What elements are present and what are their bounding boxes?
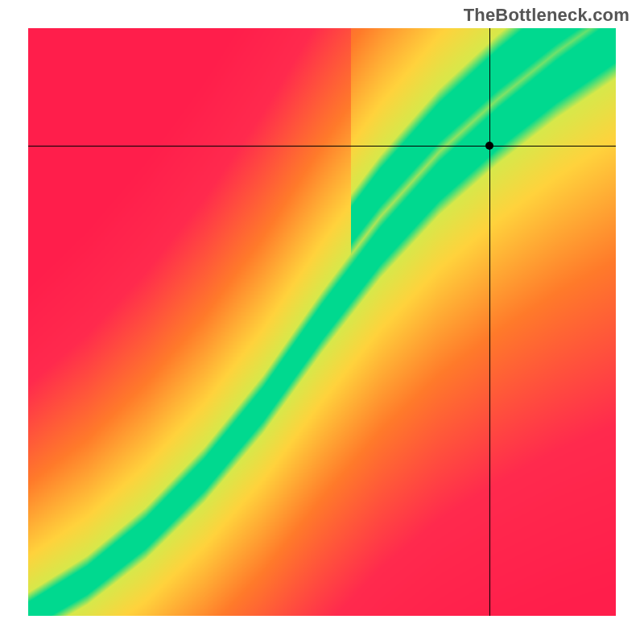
heatmap-plot xyxy=(28,28,616,616)
watermark-text: TheBottleneck.com xyxy=(464,5,630,26)
chart-stage: TheBottleneck.com xyxy=(0,0,644,644)
heatmap-canvas xyxy=(28,28,616,616)
crosshair-vertical xyxy=(489,28,490,616)
data-point-marker xyxy=(485,142,493,150)
crosshair-horizontal xyxy=(28,146,616,147)
